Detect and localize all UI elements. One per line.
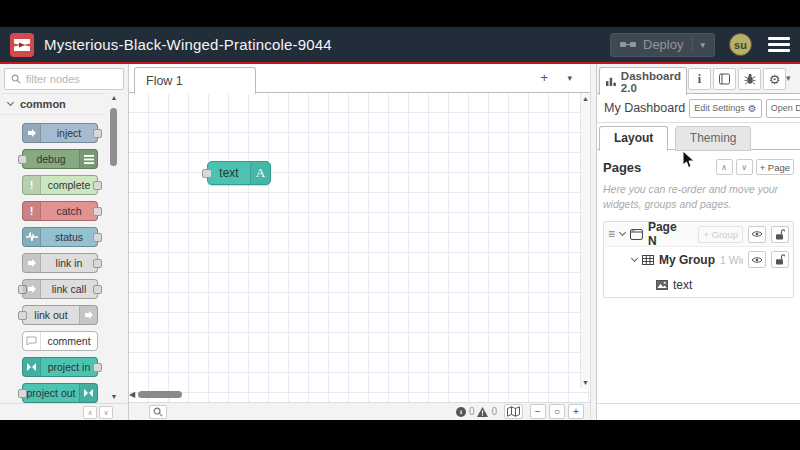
palette-node-link-in[interactable]: link in	[22, 253, 98, 273]
lock-button[interactable]	[771, 226, 789, 243]
tab-theming[interactable]: Theming	[675, 126, 752, 151]
palette-category-common[interactable]: common	[0, 93, 106, 115]
sidebar-more-caret-icon[interactable]: ▾	[786, 73, 791, 83]
eye-icon	[751, 230, 763, 238]
palette-node-label: link in	[41, 257, 97, 269]
link-arrow-icon	[23, 280, 41, 298]
palette-node-label: comment	[41, 335, 97, 347]
layout-panel: Pages ∧ ∨ + Page Here you can re-order a…	[597, 150, 800, 403]
palette-node-project-in[interactable]: project in	[22, 357, 98, 377]
lock-button[interactable]	[771, 251, 789, 268]
scroll-up-icon[interactable]: ▲	[581, 95, 590, 102]
palette-node-label: link out	[23, 309, 79, 321]
scroll-down-icon[interactable]: ▼	[581, 379, 590, 386]
warning-triangle-icon	[477, 407, 488, 417]
scrollbar-thumb[interactable]	[110, 108, 117, 166]
move-page-down-button[interactable]: ∨	[736, 159, 753, 175]
sidebar-splitter[interactable]	[590, 64, 597, 420]
palette-node-label: catch	[41, 205, 97, 217]
tab-config-nodes[interactable]: ⚙	[763, 68, 786, 90]
text-widget-icon: A	[250, 162, 270, 184]
scroll-down-icon[interactable]: ▼	[110, 393, 118, 400]
bowtie-icon	[79, 384, 97, 402]
scrollbar-thumb[interactable]	[138, 391, 182, 398]
scroll-up-icon[interactable]: ▲	[110, 94, 118, 101]
expand-all-button[interactable]: ∨	[99, 406, 113, 419]
input-port	[18, 155, 27, 164]
table-icon	[642, 255, 654, 265]
bug-icon	[744, 73, 756, 85]
edit-settings-button[interactable]: Edit Settings ⚙	[689, 99, 762, 118]
zoom-reset-button[interactable]: ○	[549, 404, 565, 419]
collapse-all-button[interactable]: ∧	[83, 406, 97, 419]
move-page-up-button[interactable]: ∧	[716, 159, 733, 175]
palette-node-inject[interactable]: inject	[22, 123, 98, 143]
drag-handle-icon[interactable]: ≡	[608, 227, 615, 241]
palette-node-link-call[interactable]: link call	[22, 279, 98, 299]
node-red-logo-icon	[10, 33, 34, 57]
sidebar-tab-label: Dashboard 2.0	[621, 70, 686, 94]
main-menu-button[interactable]	[768, 37, 790, 52]
add-page-button[interactable]: + Page	[756, 159, 794, 175]
zoom-in-button[interactable]: +	[568, 404, 584, 419]
unlock-icon	[775, 254, 785, 265]
add-flow-button[interactable]: +	[540, 70, 548, 85]
flow-list-caret-icon[interactable]: ▾	[567, 73, 572, 83]
mouse-cursor	[682, 150, 695, 169]
tab-debug[interactable]	[738, 68, 761, 90]
flow-canvas[interactable]: text A ▲ ▼ ◀	[129, 93, 590, 402]
palette-node-label: complete	[41, 179, 97, 191]
scroll-left-icon[interactable]: ◀	[129, 390, 135, 399]
user-avatar[interactable]: su	[729, 33, 752, 56]
dashboard-toolbar: My Dashboard Edit Settings ⚙ Open Dashbo…	[597, 94, 800, 123]
palette-scrollbar[interactable]: ▲ ▼	[110, 94, 118, 400]
zoom-out-button[interactable]: −	[530, 404, 546, 419]
search-icon	[11, 74, 21, 84]
palette-category-label: common	[20, 98, 66, 110]
deploy-caret-icon[interactable]: ▾	[700, 40, 705, 50]
input-port	[18, 389, 27, 398]
tree-row-page[interactable]: ≡ Page N 1 Groups + Group	[604, 222, 793, 247]
tab-flow-1[interactable]: Flow 1	[134, 67, 256, 94]
palette-node-status[interactable]: status	[22, 227, 98, 247]
palette-search-input[interactable]: filter nodes	[4, 68, 124, 90]
palette-node-catch[interactable]: ! catch	[22, 201, 98, 221]
tab-info[interactable]: i	[688, 68, 711, 90]
toggle-visibility-button[interactable]	[748, 251, 766, 268]
gear-icon: ⚙	[748, 103, 757, 114]
open-dashboard-button[interactable]: Open Dashboard	[766, 99, 800, 118]
debug-bars-icon	[79, 150, 97, 168]
tree-row-widget-text[interactable]: text	[604, 272, 793, 297]
warning-count: 0	[491, 406, 497, 417]
widget-name: text	[673, 278, 692, 292]
tree-row-group[interactable]: My Group 1 Widgets	[604, 247, 793, 272]
chevron-down-icon[interactable]	[631, 255, 638, 262]
palette-node-comment[interactable]: comment	[22, 331, 98, 351]
palette-node-label: project in	[41, 361, 97, 373]
deploy-nodes-icon	[620, 39, 636, 50]
search-flows-button[interactable]	[149, 405, 167, 419]
palette-node-project-out[interactable]: project out	[22, 383, 98, 403]
palette-node-label: status	[41, 231, 97, 243]
tab-dashboard-2[interactable]: Dashboard 2.0	[599, 67, 687, 95]
tab-help[interactable]	[713, 68, 736, 90]
info-icon: i	[698, 72, 701, 87]
navigator-button[interactable]	[504, 404, 523, 419]
tab-layout[interactable]: Layout	[599, 126, 668, 151]
chevron-down-icon[interactable]	[619, 229, 626, 236]
toggle-visibility-button[interactable]	[748, 226, 766, 243]
palette-node-link-out[interactable]: link out	[22, 305, 98, 325]
sidebar-tab-bar: Dashboard 2.0 i	[597, 64, 800, 94]
palette-node-label: link call	[41, 283, 97, 295]
deploy-button[interactable]: Deploy ▾	[610, 33, 715, 57]
pages-title: Pages	[603, 160, 713, 175]
app-header: Mysterious-Black-Winged-Pratincole-9044 …	[0, 27, 800, 64]
palette-node-debug[interactable]: debug	[22, 149, 98, 169]
flow-editor: Flow 1 + ▾ text A ▲ ▼	[129, 64, 590, 420]
input-port[interactable]	[202, 169, 212, 178]
add-group-button[interactable]: + Group	[698, 226, 743, 243]
flow-node-text[interactable]: text A	[207, 161, 271, 185]
canvas-vertical-scrollbar[interactable]: ▲ ▼	[580, 93, 590, 388]
palette-node-complete[interactable]: ! complete	[22, 175, 98, 195]
canvas-horizontal-scrollbar[interactable]: ◀	[129, 390, 578, 399]
